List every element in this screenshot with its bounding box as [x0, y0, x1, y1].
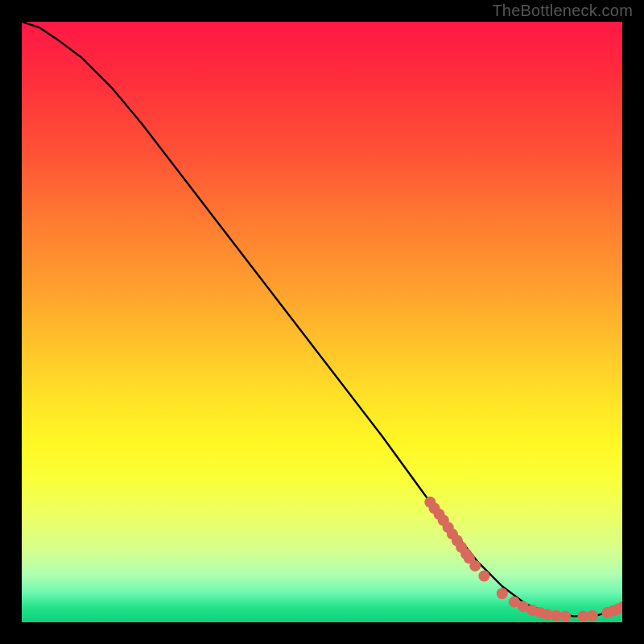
watermark-text: TheBottleneck.com	[492, 2, 633, 20]
chart-stage: TheBottleneck.com	[0, 0, 644, 644]
data-points	[424, 497, 622, 622]
data-point	[469, 560, 481, 572]
data-point	[559, 611, 571, 622]
data-point	[478, 571, 489, 582]
curve-line	[22, 22, 622, 617]
chart-svg	[22, 22, 622, 622]
data-point	[497, 588, 508, 599]
plot-area	[22, 22, 622, 622]
data-point	[587, 610, 598, 621]
